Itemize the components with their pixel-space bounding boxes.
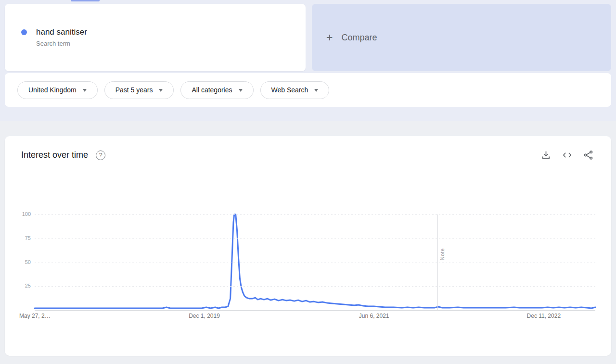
gridline <box>35 263 595 263</box>
compare-label: Compare <box>341 33 377 43</box>
interest-over-time-card: Interest over time ? 255075100May 27, 2…… <box>5 136 611 356</box>
x-tick-label: Dec 1, 2019 <box>189 313 220 319</box>
property-filter-dropdown[interactable]: Web Search <box>260 81 330 99</box>
geo-filter-dropdown[interactable]: United Kingdom <box>17 81 98 99</box>
search-terms-row: hand sanitiser Search term + Compare <box>5 4 611 71</box>
note-annotation-line <box>437 214 438 310</box>
x-tick-label: Jun 6, 2021 <box>359 313 389 319</box>
y-tick-label: 75 <box>12 235 31 241</box>
search-term-kind: Search term <box>36 40 87 47</box>
trend-line-svg <box>35 208 595 312</box>
x-tick-label: Dec 11, 2022 <box>527 313 561 319</box>
search-term-card[interactable]: hand sanitiser Search term <box>5 4 306 71</box>
plus-icon: + <box>326 32 333 43</box>
note-annotation-label: Note <box>439 248 445 260</box>
y-tick-label: 50 <box>12 259 31 265</box>
category-filter-label: All categories <box>192 86 232 94</box>
y-tick-label: 100 <box>12 211 31 217</box>
time-filter-label: Past 5 years <box>116 86 153 94</box>
filter-bar: United Kingdom Past 5 years All categori… <box>5 73 611 107</box>
gridline <box>35 214 595 215</box>
x-tick-label: May 27, 2… <box>19 313 51 319</box>
category-filter-dropdown[interactable]: All categories <box>180 81 253 99</box>
y-tick-label: 25 <box>12 283 31 289</box>
compare-add-button[interactable]: + Compare <box>312 4 611 71</box>
chevron-down-icon <box>83 89 87 92</box>
chevron-down-icon <box>239 89 243 92</box>
gridline <box>35 286 595 287</box>
series-color-dot <box>21 29 27 35</box>
gridline <box>35 238 595 239</box>
search-term-label: hand sanitiser <box>36 27 87 38</box>
chevron-down-icon <box>314 89 318 92</box>
trend-line <box>35 214 595 308</box>
time-filter-dropdown[interactable]: Past 5 years <box>104 81 174 99</box>
interest-over-time-plot: 255075100May 27, 2…Dec 1, 2019Jun 6, 202… <box>5 136 611 356</box>
chevron-down-icon <box>159 89 163 92</box>
geo-filter-label: United Kingdom <box>28 86 77 94</box>
active-tab-indicator <box>71 0 100 1</box>
search-term-text: hand sanitiser Search term <box>36 27 87 47</box>
property-filter-label: Web Search <box>271 86 308 94</box>
